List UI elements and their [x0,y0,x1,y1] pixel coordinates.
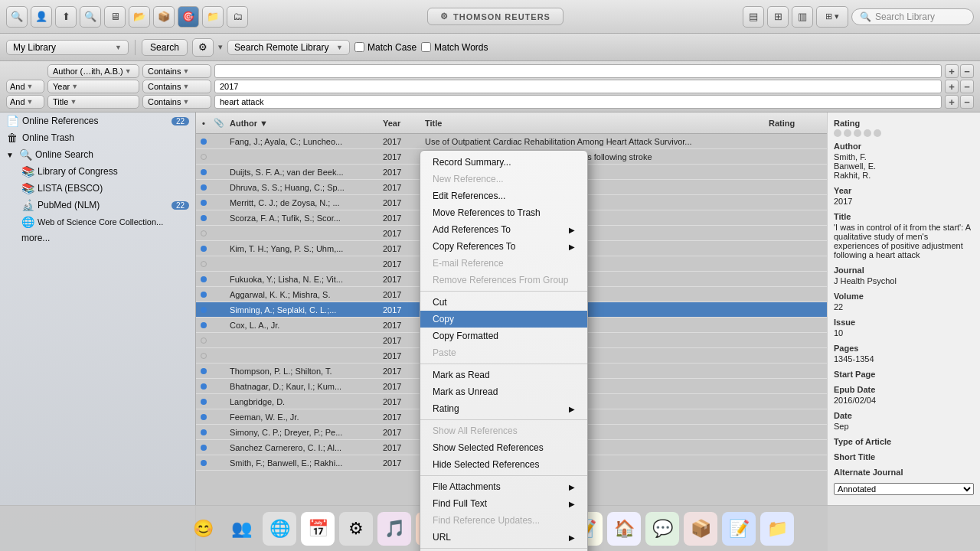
dock-package[interactable]: 📦 [684,512,717,546]
sidebar-item-library-congress[interactable]: 📚 Library of Congress [0,163,195,180]
sidebar-item-lista[interactable]: 📚 LISTA (EBSCO) [0,180,195,197]
menu-item-cut[interactable]: Cut [420,294,587,311]
add-filter-btn[interactable]: + [945,64,959,78]
filter-value-1[interactable] [214,64,942,78]
menu-item-email-reference: E-mail Reference [420,255,587,272]
find-btn[interactable]: 🔍 [80,6,101,28]
dock-calendar[interactable]: 📅 [301,512,335,546]
dock-settings[interactable]: ⚙ [339,512,373,546]
filter-op-1[interactable]: Contains▼ [142,64,211,78]
menu-item-show-selected[interactable]: Show Selected References [420,439,587,456]
my-library-select[interactable]: My Library ▼ [6,40,129,55]
menu-item-add-references-to[interactable]: Add References To▶ [420,221,587,238]
add-filter-btn-2[interactable]: + [945,80,959,93]
annotated-select[interactable]: Annotated [834,483,974,495]
col-header-rating[interactable]: Rating [766,119,827,128]
menu-item-hide-selected[interactable]: Hide Selected References [420,456,587,473]
open-btn[interactable]: 📂 [129,6,150,28]
dock-folder[interactable]: 📁 [760,512,794,546]
menu-item-record-summary[interactable]: Record Summary... [420,154,587,171]
filter-op-3[interactable]: Contains▼ [142,95,211,109]
menu-item-copy[interactable]: Copy [420,311,587,328]
menu-item-file-attachments[interactable]: File Attachments▶ [420,478,587,495]
match-case-checkbox[interactable]: Match Case [354,42,416,53]
dock-chrome[interactable]: 🌐 [263,512,296,546]
filter-logic-3[interactable]: And▼ [6,95,44,109]
match-words-checkbox[interactable]: Match Words [421,42,488,53]
author-value: Smith, F.Banwell, E.Rakhit, R. [834,152,974,180]
online-btn[interactable]: 🖥 [104,6,126,28]
filter-field-2[interactable]: Year▼ [47,80,139,93]
menu-item-url[interactable]: URL▶ [420,529,587,546]
sidebar-item-online-search[interactable]: ▼ 🔍 Online Search [0,146,195,163]
row-dot [196,246,211,252]
sidebar-item-online-trash[interactable]: 🗑 Online Trash [0,129,195,146]
menu-item-copy-references-to[interactable]: Copy References To▶ [420,238,587,255]
search-library-box[interactable]: 🔍 Search Library [851,8,974,25]
dock-people[interactable]: 👥 [224,512,258,546]
row-author: Sanchez Carnerero, C. I.; Al... [227,443,380,452]
view2-btn[interactable]: ⊞ [767,6,789,28]
row-dot [196,261,211,267]
row-dot [196,276,211,282]
filter-op-2[interactable]: Contains▼ [142,80,211,93]
col-header-title[interactable]: Title [422,119,766,128]
import-btn[interactable]: ⬆ [55,6,77,28]
app-logo: ⚙ THOMSON REUTERS [427,8,564,25]
menu-item-mark-as-read[interactable]: Mark as Read [420,367,587,383]
remove-filter-btn-2[interactable]: − [960,80,974,93]
view1-btn[interactable]: ▤ [743,6,764,28]
sync-btn[interactable]: 🎯 [178,6,199,28]
remove-filter-btn[interactable]: − [960,64,974,78]
dock-home[interactable]: 🏠 [607,512,641,546]
dock-messages[interactable]: 💬 [645,512,679,546]
col-header-author[interactable]: Author ▼ [227,119,380,128]
match-words-input[interactable] [421,42,431,52]
library-btn[interactable]: 📁 [202,6,224,28]
row-author: Smith, F.; Banwell, E.; Rakhi... [227,458,380,468]
sidebar-item-online-references[interactable]: 📄 Online References 22 [0,112,195,129]
menu-item-edit-references[interactable]: Edit References... [420,187,587,204]
menu-item-copy-formatted[interactable]: Copy Formatted [420,328,587,344]
add-filter-btn-3[interactable]: + [945,95,959,109]
menu-item-mark-as-unread[interactable]: Mark as Unread [420,383,587,400]
journal-label: Journal [834,266,974,275]
filter-value-3[interactable] [214,95,942,109]
sidebar-item-web-of-science[interactable]: 🌐 Web of Science Core Collection... [0,214,195,230]
gear-icon[interactable]: ⚙ [192,38,214,57]
filter-field-1[interactable]: Author (…ith, A.B.)▼ [47,64,139,78]
filter-plus-minus-3: + − [945,95,974,109]
lista-icon: 📚 [21,182,34,194]
filter-value-2[interactable] [214,80,942,93]
filter-field-3[interactable]: Title▼ [47,95,139,109]
dock-music[interactable]: 🎵 [377,512,411,546]
dot-indicator [201,230,207,236]
sidebar-item-more[interactable]: more... [0,230,195,246]
folder-btn[interactable]: 🗂 [227,6,248,28]
menu-item-rating[interactable]: Rating▶ [420,400,587,417]
dock-word[interactable]: 📝 [722,512,756,546]
filter-area: Author (…ith, A.B.)▼ Contains▼ + − And▼ … [0,61,980,112]
layout-btn[interactable]: ⊞ ▾ [816,6,848,28]
match-case-input[interactable] [354,42,364,52]
dropdown-arrow[interactable]: ▾ [218,42,223,52]
add-ref-btn[interactable]: 👤 [31,6,52,28]
menu-item-find-full-text[interactable]: Find Full Text▶ [420,495,587,512]
search-btn[interactable]: 🔍 [6,6,28,28]
table-row[interactable]: Fang, J.; Ayala, C.; Luncheo... 2017 Use… [196,134,827,149]
filter-logic-2[interactable]: And▼ [6,80,44,93]
dot-indicator [201,261,207,267]
remove-filter-btn-3[interactable]: − [960,95,974,109]
search-button[interactable]: Search [142,39,188,56]
global-btn[interactable]: 📦 [153,6,175,28]
sidebar-item-pubmed[interactable]: 🔬 PubMed (NLM) 22 [0,197,195,214]
remote-search-select[interactable]: Search Remote Library ▼ [227,40,350,55]
col-header-year[interactable]: Year [380,119,422,128]
author-label: Author [834,142,974,151]
dock-finder[interactable]: 😊 [186,512,220,546]
view3-btn[interactable]: ▥ [792,6,813,28]
menu-item-remove-references: Remove References From Group [420,272,587,289]
annotated-dropdown[interactable]: Annotated [834,483,974,495]
second-toolbar: My Library ▼ Search ⚙ ▾ Search Remote Li… [0,34,980,61]
menu-item-move-to-trash[interactable]: Move References to Trash [420,204,587,221]
